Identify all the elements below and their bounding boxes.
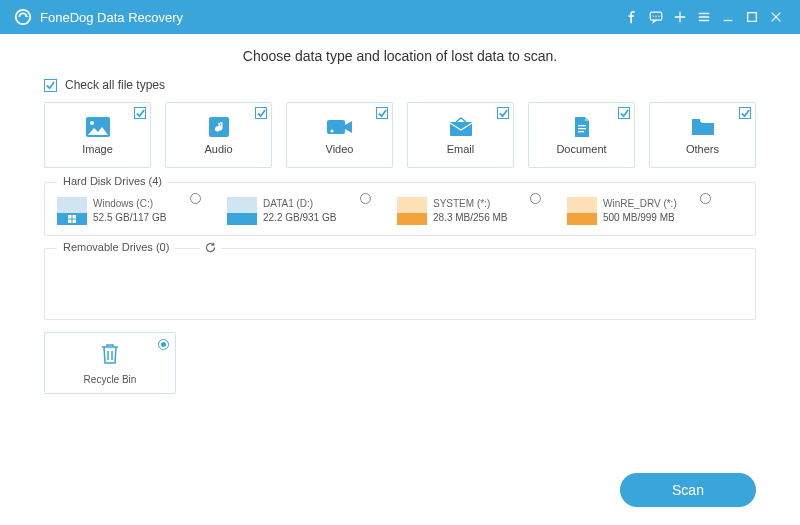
scan-button[interactable]: Scan xyxy=(620,473,756,507)
type-label: Email xyxy=(447,143,475,155)
drive-name: WinRE_DRV (*:) xyxy=(603,197,677,211)
svg-rect-19 xyxy=(68,220,72,224)
type-label: Video xyxy=(326,143,354,155)
drive-info: DATA1 (D:)22.2 GB/931 GB xyxy=(263,197,336,225)
type-label: Others xyxy=(686,143,719,155)
app-title: FoneDog Data Recovery xyxy=(40,10,183,25)
svg-point-11 xyxy=(330,130,333,133)
svg-rect-20 xyxy=(73,220,77,224)
type-check-others[interactable] xyxy=(739,107,751,119)
drive-name: DATA1 (D:) xyxy=(263,197,336,211)
type-check-audio[interactable] xyxy=(255,107,267,119)
type-label: Image xyxy=(82,143,113,155)
drive-item[interactable]: SYSTEM (*:)28.3 MB/256 MB xyxy=(397,197,547,225)
type-check-image[interactable] xyxy=(134,107,146,119)
others-icon xyxy=(689,115,717,139)
type-card-audio[interactable]: Audio xyxy=(165,102,272,168)
drive-info: SYSTEM (*:)28.3 MB/256 MB xyxy=(433,197,507,225)
svg-rect-10 xyxy=(327,120,345,134)
title-bar: FoneDog Data Recovery xyxy=(0,0,800,34)
drive-item[interactable]: WinRE_DRV (*:)500 MB/999 MB xyxy=(567,197,717,225)
drive-size: 28.3 MB/256 MB xyxy=(433,211,507,225)
drive-item[interactable]: Windows (C:)52.5 GB/117 GB xyxy=(57,197,207,225)
drive-size: 22.2 GB/931 GB xyxy=(263,211,336,225)
drive-size: 500 MB/999 MB xyxy=(603,211,677,225)
type-card-video[interactable]: Video xyxy=(286,102,393,168)
drive-info: WinRE_DRV (*:)500 MB/999 MB xyxy=(603,197,677,225)
type-card-image[interactable]: Image xyxy=(44,102,151,168)
trash-icon xyxy=(99,342,121,370)
svg-rect-16 xyxy=(692,119,700,122)
drive-size: 52.5 GB/117 GB xyxy=(93,211,166,225)
audio-icon xyxy=(205,115,233,139)
removable-drives-group: Removable Drives (0) xyxy=(44,248,756,320)
drive-radio[interactable] xyxy=(530,193,541,204)
minimize-icon[interactable] xyxy=(716,5,740,29)
drive-name: Windows (C:) xyxy=(93,197,166,211)
drive-icon xyxy=(567,197,597,225)
svg-rect-14 xyxy=(578,128,586,129)
svg-point-3 xyxy=(653,16,654,17)
drive-icon xyxy=(57,197,87,225)
hard-drives-legend: Hard Disk Drives (4) xyxy=(57,175,168,187)
svg-point-5 xyxy=(658,16,659,17)
type-check-video[interactable] xyxy=(376,107,388,119)
app-logo-icon xyxy=(14,8,32,26)
file-type-grid: Image Audio Video Email Document Others xyxy=(44,102,756,168)
video-icon xyxy=(326,115,354,139)
svg-point-8 xyxy=(90,121,94,125)
type-check-document[interactable] xyxy=(618,107,630,119)
svg-point-4 xyxy=(655,16,656,17)
headline-text: Choose data type and location of lost da… xyxy=(44,48,756,64)
check-all-row[interactable]: Check all file types xyxy=(44,78,756,92)
plus-icon[interactable] xyxy=(668,5,692,29)
drive-name: SYSTEM (*:) xyxy=(433,197,507,211)
main-content: Choose data type and location of lost da… xyxy=(0,34,800,525)
facebook-icon[interactable] xyxy=(620,5,644,29)
drive-item[interactable]: DATA1 (D:)22.2 GB/931 GB xyxy=(227,197,377,225)
type-label: Audio xyxy=(204,143,232,155)
type-check-email[interactable] xyxy=(497,107,509,119)
refresh-icon[interactable] xyxy=(200,241,221,254)
svg-rect-13 xyxy=(578,125,586,126)
close-icon[interactable] xyxy=(764,5,788,29)
drive-radio[interactable] xyxy=(360,193,371,204)
email-icon xyxy=(447,115,475,139)
svg-rect-15 xyxy=(578,131,584,132)
feedback-icon[interactable] xyxy=(644,5,668,29)
maximize-icon[interactable] xyxy=(740,5,764,29)
recycle-label: Recycle Bin xyxy=(84,374,137,385)
recycle-bin-card[interactable]: Recycle Bin xyxy=(44,332,176,394)
recycle-radio[interactable] xyxy=(158,339,169,350)
removable-legend: Removable Drives (0) xyxy=(57,241,175,253)
type-card-document[interactable]: Document xyxy=(528,102,635,168)
svg-rect-17 xyxy=(68,215,72,219)
drive-radio[interactable] xyxy=(700,193,711,204)
drive-icon xyxy=(227,197,257,225)
check-all-label: Check all file types xyxy=(65,78,165,92)
drive-radio[interactable] xyxy=(190,193,201,204)
type-card-others[interactable]: Others xyxy=(649,102,756,168)
svg-rect-6 xyxy=(748,13,757,22)
menu-icon[interactable] xyxy=(692,5,716,29)
document-icon xyxy=(568,115,596,139)
check-all-checkbox[interactable] xyxy=(44,79,57,92)
drive-icon xyxy=(397,197,427,225)
hard-drives-group: Hard Disk Drives (4) Windows (C:)52.5 GB… xyxy=(44,182,756,236)
svg-rect-18 xyxy=(73,215,77,219)
image-icon xyxy=(84,115,112,139)
drive-info: Windows (C:)52.5 GB/117 GB xyxy=(93,197,166,225)
type-card-email[interactable]: Email xyxy=(407,102,514,168)
type-label: Document xyxy=(556,143,606,155)
svg-rect-12 xyxy=(450,122,472,136)
